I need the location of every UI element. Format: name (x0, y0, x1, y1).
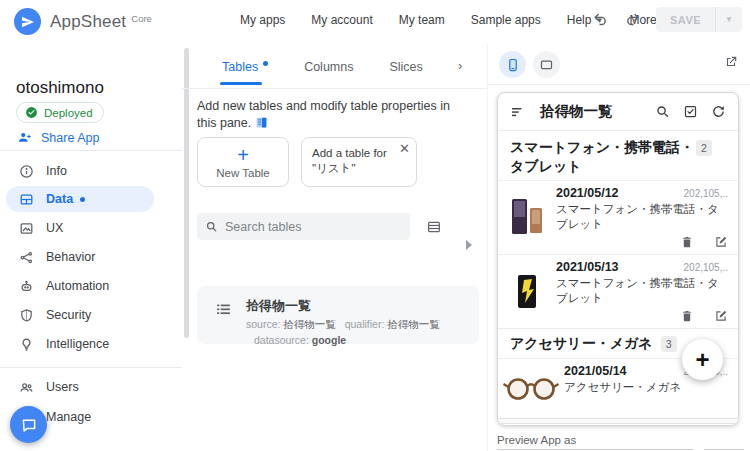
shield-icon (17, 308, 35, 323)
table-meta: source: 拾得物一覧 qualifier: 拾得物一覧 (246, 318, 440, 332)
table-actions-row: + New Table Add a table for "リスト" ✕ (197, 137, 417, 187)
lightbulb-icon (17, 337, 35, 352)
item-category: スマートフォン・携帯電話・タブレット (556, 276, 728, 306)
table-suggestion-card[interactable]: Add a table for "リスト" ✕ (301, 137, 417, 187)
nav-my-apps[interactable]: My apps (240, 13, 285, 27)
sidebar-item-security[interactable]: Security (0, 302, 160, 328)
sidebar-item-users[interactable]: Users (0, 374, 160, 400)
item-photo-phones (498, 186, 556, 249)
preview-as-secondary-input[interactable] (704, 449, 744, 450)
chat-support-button[interactable] (10, 406, 47, 443)
edit-icon[interactable] (714, 235, 728, 249)
new-table-button[interactable]: + New Table (197, 137, 289, 187)
deployed-status-badge[interactable]: Deployed (16, 102, 104, 123)
open-in-new-icon[interactable] (724, 55, 738, 69)
person-add-icon (17, 130, 32, 145)
sidebar-item-label: Intelligence (46, 337, 109, 351)
nav-my-account[interactable]: My account (311, 13, 372, 27)
info-icon (17, 164, 35, 179)
tab-tables[interactable]: Tables (222, 60, 268, 74)
search-tables-input[interactable] (225, 220, 395, 234)
sidebar-item-info[interactable]: Info (0, 158, 160, 184)
group-header[interactable]: スマートフォン・携帯電話・タブレット 2 (498, 131, 738, 180)
save-options-caret[interactable]: ▼ (716, 15, 742, 24)
sort-icon[interactable] (510, 104, 526, 120)
tables-pane: Tables Columns Slices › Add new tables a… (182, 44, 487, 451)
robot-icon (17, 279, 35, 294)
table-list-item[interactable]: 拾得物一覧 source: 拾得物一覧 qualifier: 拾得物一覧 dat… (197, 286, 479, 344)
top-header: AppSheet Core My apps My account My team… (0, 0, 750, 44)
share-app-button[interactable]: Share App (17, 130, 99, 145)
item-category: スマートフォン・携帯電話・タブレット (556, 202, 728, 232)
share-app-label: Share App (41, 131, 99, 145)
preview-divider (488, 84, 750, 85)
workflow-icon (17, 250, 35, 265)
chat-bubble-icon (20, 416, 38, 434)
bottom-nav-tab[interactable]: 拾得物一覧 (498, 424, 738, 426)
nav-sample-apps[interactable]: Sample apps (471, 13, 541, 27)
left-sidebar: otoshimono Deployed Share App Info Data (0, 44, 182, 451)
tab-columns[interactable]: Columns (304, 60, 353, 74)
search-box[interactable] (197, 213, 410, 240)
item-actions (556, 309, 728, 323)
edit-icon[interactable] (714, 309, 728, 323)
appsheet-editor-window: AppSheet Core My apps My account My team… (0, 0, 750, 451)
preview-as-input[interactable] (497, 449, 693, 450)
device-toggles (499, 51, 560, 78)
group-count-badge: 2 (696, 140, 712, 156)
deployed-label: Deployed (44, 107, 93, 119)
item-photo-glasses (498, 364, 564, 413)
appsheet-logo-icon (14, 8, 41, 35)
list-item[interactable]: 2021/05/12 202,105,.. スマートフォン・携帯電話・タブレット (498, 180, 738, 254)
users-icon (17, 380, 35, 395)
save-split-button: SAVE ▼ (656, 7, 742, 32)
table-rows-view-icon[interactable] (426, 219, 442, 235)
sidebar-item-intelligence[interactable]: Intelligence (0, 331, 160, 357)
sidebar-item-label: Manage (46, 410, 91, 424)
sidebar-item-ux[interactable]: UX (0, 215, 160, 241)
item-meta: 202,105,.. (684, 188, 728, 199)
sidebar-item-label: Users (46, 380, 79, 394)
sidebar-item-data[interactable]: Data (6, 186, 154, 212)
delete-icon[interactable] (680, 235, 694, 249)
list-item[interactable]: 2021/05/13 202,105,.. スマートフォン・携帯電話・タブレット (498, 254, 738, 328)
item-actions (556, 235, 728, 249)
unsaved-dot (80, 197, 85, 202)
suggestion-text: Add a table for "リスト" (312, 147, 387, 174)
search-icon[interactable] (655, 104, 670, 119)
app-preview-panel: 拾得物一覧 スマートフォン・携帯電話・タブレット 2 (487, 44, 750, 451)
undo-icon[interactable] (588, 8, 612, 32)
tablet-preview-toggle[interactable] (533, 51, 560, 78)
docs-help-icon[interactable] (255, 116, 268, 129)
table-data-icon (17, 192, 35, 207)
sidebar-item-label: Automation (46, 279, 109, 293)
tabs-overflow-chevron-icon[interactable]: › (458, 58, 462, 73)
multi-select-checkbox-icon[interactable] (683, 104, 698, 119)
item-date: 2021/05/14 (564, 364, 627, 378)
expand-panel-handle[interactable] (466, 240, 472, 250)
appsheet-brand[interactable]: AppSheet Core (14, 8, 152, 35)
nav-my-team[interactable]: My team (399, 13, 445, 27)
brand-core-label: Core (131, 13, 152, 24)
tab-slices[interactable]: Slices (389, 60, 422, 74)
pane-description: Add new tables and modify table properti… (197, 98, 465, 132)
redo-icon[interactable] (622, 8, 646, 32)
close-icon[interactable]: ✕ (399, 141, 410, 156)
sidebar-item-behavior[interactable]: Behavior (0, 244, 160, 270)
sidebar-item-automation[interactable]: Automation (0, 273, 160, 299)
brand-name: AppSheet (50, 12, 126, 32)
item-date: 2021/05/12 (556, 186, 619, 200)
preview-view-title: 拾得物一覧 (540, 102, 655, 121)
delete-icon[interactable] (680, 309, 694, 323)
active-tab-underline (220, 82, 262, 85)
add-item-fab[interactable]: + (682, 339, 723, 380)
table-list-icon (215, 301, 232, 318)
pane-scrollbar[interactable] (184, 48, 189, 338)
data-tabs: Tables Columns Slices (222, 60, 423, 74)
sidebar-item-label: UX (46, 221, 63, 235)
phone-preview-toggle[interactable] (499, 51, 526, 78)
table-search-row (197, 213, 442, 240)
sidebar-item-label: Info (46, 164, 67, 178)
save-button[interactable]: SAVE (656, 14, 715, 26)
refresh-icon[interactable] (711, 104, 726, 119)
